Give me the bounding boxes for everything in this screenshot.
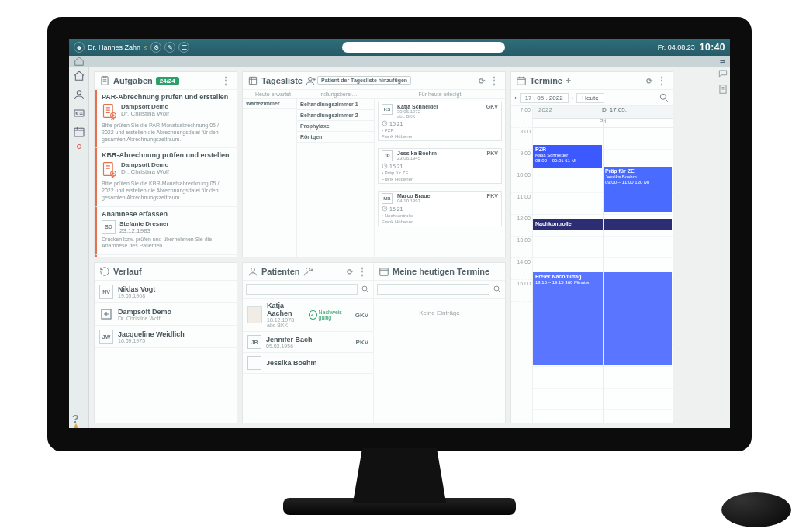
svg-point-18 [306, 268, 310, 271]
toolbar-icon-3[interactable]: ☰ [178, 42, 189, 53]
svg-point-17 [251, 268, 255, 271]
insurance-type: GKV [355, 312, 368, 319]
col-expected-label: Heute erwartet [246, 92, 300, 97]
appointment-block[interactable]: Freier Nachmittag 13:15 – 19:15 360 Minu… [533, 272, 672, 365]
patient-initials: MB [382, 193, 393, 204]
svg-point-0 [77, 91, 81, 95]
computer-mouse [721, 492, 791, 527]
history-item[interactable]: Dampsoft DemoDr. Christina Wolf [95, 303, 237, 326]
svg-rect-14 [517, 78, 526, 85]
task-clinic: Dampsoft Demo [121, 161, 169, 168]
patient-sub: 05.02.1956 [266, 344, 313, 349]
date-prev-icon[interactable]: ‹ [514, 95, 517, 102]
appointment-block[interactable]: Nachkontrolle [533, 219, 672, 230]
patients-search-input[interactable] [246, 284, 358, 295]
patient-treatment: • Präp für ZE [382, 171, 498, 175]
treatment-room[interactable]: Prophylaxe [297, 121, 374, 132]
tasks-icon [99, 75, 110, 86]
panel-lower-middle: Patienten ⟳ ⋮ Katja Aachen 18.12.1978abc… [242, 262, 506, 423]
task-item[interactable]: PAR-Abrechnung prüfen und erstellen Damp… [95, 90, 237, 148]
nav-id-icon[interactable] [73, 107, 85, 119]
tagesliste-sync-icon[interactable]: ⟳ [479, 77, 485, 85]
daylist-icon [247, 75, 258, 86]
task-owner: Dr. Christina Wolf [121, 110, 169, 117]
app-titlebar: ☻ Dr. Hannes Zahn ⎋ ⚙ ✎ ☰ Fr. 04.08.23 1… [69, 39, 730, 56]
task-description: Bitte prüfen Sie die KBR-Monatsabrechnun… [102, 181, 232, 201]
insurance-type: GKV [486, 104, 498, 109]
nav-calendar-icon[interactable] [73, 126, 85, 138]
patient-dob: 04.10.1997 [397, 199, 484, 203]
patient-name: Katja Aachen [267, 302, 304, 317]
patient-initials: SD [102, 220, 116, 234]
appointment-block[interactable]: Präp für ZE Jessika Boehm 09:00 – 11:00 … [603, 167, 672, 212]
termine-menu-icon[interactable]: ⋮ [655, 75, 668, 86]
patient-sub: 18.12.1978abc BKK [267, 317, 304, 328]
history-date: Dr. Christina Wolf [118, 316, 171, 321]
termine-sync-icon[interactable]: ⟳ [646, 77, 652, 85]
date-display[interactable]: 17 . 05 . 2022 [520, 93, 569, 103]
panel-verlauf: Verlauf NVNiklas Vogt19.05.1968Dampsoft … [94, 262, 237, 423]
monitor-screen: ☻ Dr. Hannes Zahn ⎋ ⚙ ✎ ☰ Fr. 04.08.23 1… [47, 17, 752, 451]
history-item[interactable]: NVNiklas Vogt19.05.1968 [95, 281, 237, 303]
patients-sync-icon[interactable]: ⟳ [347, 268, 353, 276]
insurance-type: PKV [487, 193, 498, 199]
patient-initials: NV [99, 285, 113, 299]
patient-row[interactable]: Katja Aachen 18.12.1978abc BKK Nachweis … [243, 299, 373, 332]
hour-label: 13:00 [511, 237, 532, 258]
appointment-block[interactable]: PZR Katja Schneider 08:00 – 09:01 61 Mi [533, 145, 602, 168]
patient-row[interactable]: JBJennifer Bach 05.02.1956 PKV [243, 332, 373, 353]
task-item[interactable]: KBR-Abrechnung prüfen und erstellen Damp… [95, 148, 237, 206]
my-appts-search-input[interactable] [377, 284, 489, 295]
cal-day-label: Di 17.05. [556, 106, 673, 118]
tagesliste-menu-icon[interactable]: ⋮ [488, 75, 500, 86]
patient-chip[interactable]: MB Marco Brauer 04.10.1997 PKV 15:21 • N… [378, 191, 502, 226]
patients-menu-icon[interactable]: ⋮ [356, 266, 368, 277]
logout-icon[interactable]: ⎋ [144, 44, 147, 51]
layout-toggle-icon[interactable]: ⇄ [720, 58, 725, 65]
search-icon[interactable] [493, 285, 502, 294]
nav-person-icon[interactable] [73, 88, 85, 101]
calendar-search-icon[interactable] [659, 92, 669, 103]
shortcut-chat-icon[interactable] [718, 68, 728, 79]
warning-icon[interactable]: ▲ [71, 420, 81, 431]
svg-point-10 [309, 77, 313, 81]
global-search-input[interactable] [342, 42, 505, 53]
patients-add-icon[interactable] [303, 266, 314, 277]
aufgaben-title: Aufgaben [113, 76, 153, 85]
today-button[interactable]: Heute [576, 93, 604, 103]
nav-home-icon[interactable] [73, 70, 85, 82]
shortcut-note-icon[interactable] [718, 84, 728, 95]
task-owner: 23.12.1983 [119, 227, 169, 234]
add-patient-icon[interactable] [306, 75, 316, 86]
user-avatar-icon[interactable]: ☻ [74, 42, 85, 53]
treatment-room[interactable]: Behandlungszimmer 1 [297, 99, 374, 110]
task-title: KBR-Abrechnung prüfen und erstellen [102, 151, 232, 159]
insurance-type: PKV [356, 339, 368, 346]
task-item[interactable]: Anamnese erfassen Katja Aachen [95, 255, 237, 257]
patient-row[interactable]: Jessika Boehm [243, 353, 373, 374]
patient-chip[interactable]: JB Jessika Boehm 23.06.1945 PKV 15:21 • … [378, 148, 502, 184]
toolbar-icon-2[interactable]: ✎ [164, 42, 175, 53]
home-small-icon[interactable] [74, 56, 85, 67]
appt-patient: Katja Schneider [535, 153, 600, 158]
svg-rect-5 [103, 105, 112, 118]
task-item[interactable]: Anamnese erfassen SD Stefanie Dresner 23… [95, 207, 237, 256]
patient-chip[interactable]: KS Katja Schneider 30.06.1972 abc BKK GK… [378, 102, 502, 141]
aufgaben-menu-icon[interactable]: ⋮ [220, 75, 232, 86]
patient-time: 15:21 [389, 164, 403, 169]
add-patient-tooltip: Patient der Tagesliste hinzufügen [317, 76, 411, 85]
treatment-room[interactable]: Röntgen [297, 132, 374, 143]
task-description: Bitte prüfen Sie die PAR-Monatsabrechnun… [102, 123, 232, 143]
nav-record-icon[interactable] [77, 144, 81, 149]
date-next-icon[interactable]: › [572, 95, 574, 102]
search-icon[interactable] [361, 285, 370, 294]
patients-icon [247, 266, 258, 277]
treatment-room[interactable]: Behandlungszimmer 2 [297, 110, 374, 121]
patient-treatment: • PZR [382, 128, 498, 133]
patient-name: Jessika Boehm [266, 359, 317, 367]
panel-tagesliste: Tagesliste Patient der Tagesliste hinzuf… [242, 71, 506, 257]
current-date: Fr. 04.08.23 [658, 43, 695, 51]
termine-add-icon[interactable]: + [566, 75, 571, 86]
toolbar-icon-1[interactable]: ⚙ [150, 42, 161, 53]
history-item[interactable]: JWJacqueline Weidlich16.09.1975 [95, 326, 237, 348]
